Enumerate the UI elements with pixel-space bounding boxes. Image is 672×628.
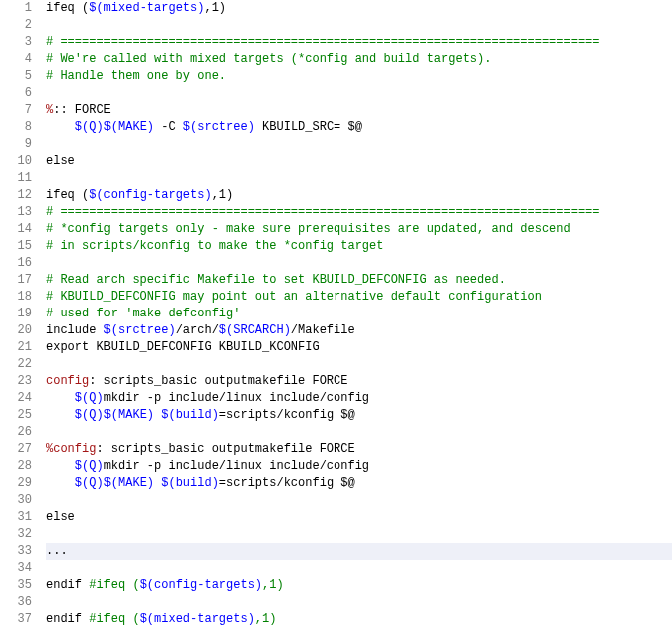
line-number: 6 (0, 85, 32, 102)
code-token: # *config targets only - make sure prere… (46, 222, 571, 236)
code-token (46, 476, 75, 490)
code-line[interactable] (46, 85, 672, 102)
code-token: $(mixed-targets) (89, 1, 204, 15)
code-line[interactable]: else (46, 509, 672, 526)
code-token: :: FORCE (53, 103, 111, 117)
code-line[interactable]: export KBUILD_DEFCONFIG KBUILD_KCONFIG (46, 339, 672, 356)
line-number: 32 (0, 526, 32, 543)
code-token: $(SRCARCH) (219, 323, 291, 337)
code-line[interactable]: # ======================================… (46, 34, 672, 51)
line-number: 10 (0, 153, 32, 170)
line-number: 3 (0, 34, 32, 51)
code-line[interactable]: # Handle them one by one. (46, 68, 672, 85)
code-line[interactable]: # KBUILD_DEFCONFIG may point out an alte… (46, 289, 672, 306)
code-line[interactable]: # used for 'make defconfig' (46, 306, 672, 322)
line-number: 37 (0, 611, 32, 628)
code-line[interactable]: $(Q)$(MAKE) -C $(srctree) KBUILD_SRC= $@ (46, 119, 672, 136)
line-number: 23 (0, 373, 32, 390)
code-token: %config (46, 442, 96, 456)
code-line[interactable] (46, 594, 672, 611)
code-line[interactable] (46, 255, 672, 272)
code-line[interactable]: $(Q)$(MAKE) $(build)=scripts/kconfig $@ (46, 475, 672, 492)
code-line[interactable]: # We're called with mixed targets (*conf… (46, 51, 672, 68)
line-number: 27 (0, 441, 32, 458)
line-number: 28 (0, 458, 32, 475)
code-token: #ifeq ( (89, 612, 139, 626)
code-token (46, 120, 75, 134)
code-token: $(build) (161, 408, 219, 422)
code-line[interactable]: endif #ifeq ($(mixed-targets),1) (46, 611, 672, 628)
code-token: =scripts/kconfig $@ (219, 408, 355, 422)
line-number: 30 (0, 492, 32, 509)
code-token: # in scripts/kconfig to make the *config… (46, 239, 383, 253)
code-token: endif (46, 578, 89, 592)
code-line[interactable] (46, 17, 672, 34)
code-line[interactable]: ... (46, 543, 672, 560)
code-line[interactable]: %config: scripts_basic outputmakefile FO… (46, 441, 672, 458)
line-number: 34 (0, 560, 32, 577)
line-number: 14 (0, 221, 32, 238)
code-token: # ======================================… (46, 205, 600, 219)
code-token: : scripts_basic outputmakefile FORCE (96, 442, 354, 456)
code-token: $(MAKE) (104, 476, 154, 490)
code-line[interactable]: $(Q)mkdir -p include/linux include/confi… (46, 390, 672, 407)
code-token: ifeq ( (46, 1, 89, 15)
line-number: 36 (0, 594, 32, 611)
code-line[interactable] (46, 170, 672, 187)
line-number: 4 (0, 51, 32, 68)
code-line[interactable] (46, 560, 672, 577)
code-token: $(mixed-targets) (140, 612, 255, 626)
line-number: 2 (0, 17, 32, 34)
code-token (46, 408, 75, 422)
code-line[interactable]: $(Q)$(MAKE) $(build)=scripts/kconfig $@ (46, 407, 672, 424)
line-number: 17 (0, 272, 32, 289)
code-token (46, 459, 75, 473)
code-token: $(Q) (75, 120, 104, 134)
line-number: 25 (0, 407, 32, 424)
code-token: $(build) (161, 476, 219, 490)
code-token (46, 391, 75, 405)
code-token: else (46, 510, 75, 524)
code-line[interactable]: config: scripts_basic outputmakefile FOR… (46, 373, 672, 390)
code-token: ,1) (204, 1, 226, 15)
code-line[interactable] (46, 526, 672, 543)
code-line[interactable]: ifeq ($(mixed-targets),1) (46, 0, 672, 17)
code-token: include (46, 323, 104, 337)
line-number: 11 (0, 170, 32, 187)
code-token: -C (154, 120, 183, 134)
line-number: 35 (0, 577, 32, 594)
code-token: # ======================================… (46, 35, 600, 49)
line-number: 21 (0, 339, 32, 356)
code-line[interactable]: # ======================================… (46, 204, 672, 221)
code-token: # used for 'make defconfig' (46, 307, 240, 320)
code-line[interactable] (46, 492, 672, 509)
code-line[interactable]: endif #ifeq ($(config-targets),1) (46, 577, 672, 594)
code-area[interactable]: ifeq ($(mixed-targets),1) # ============… (38, 0, 672, 628)
line-number: 8 (0, 119, 32, 136)
code-line[interactable]: else (46, 153, 672, 170)
line-number-gutter: 1234567891011121314151617181920212223242… (0, 0, 38, 628)
code-token: $(MAKE) (104, 408, 154, 422)
code-line[interactable]: # *config targets only - make sure prere… (46, 221, 672, 238)
code-line[interactable]: %:: FORCE (46, 102, 672, 119)
line-number: 24 (0, 390, 32, 407)
code-line[interactable]: # Read arch specific Makefile to set KBU… (46, 272, 672, 289)
code-token: else (46, 154, 75, 168)
line-number: 29 (0, 475, 32, 492)
code-token: # KBUILD_DEFCONFIG may point out an alte… (46, 290, 542, 304)
code-line[interactable]: include $(srctree)/arch/$(SRCARCH)/Makef… (46, 322, 672, 339)
code-token: ... (46, 544, 68, 558)
line-number: 33 (0, 543, 32, 560)
code-line[interactable] (46, 136, 672, 153)
code-line[interactable]: ifeq ($(config-targets),1) (46, 187, 672, 204)
line-number: 18 (0, 289, 32, 306)
code-token: /arch/ (176, 323, 219, 337)
code-line[interactable]: $(Q)mkdir -p include/linux include/confi… (46, 458, 672, 475)
code-line[interactable]: # in scripts/kconfig to make the *config… (46, 238, 672, 255)
code-token: /Makefile (291, 323, 355, 337)
code-token: config (46, 374, 89, 388)
line-number: 9 (0, 136, 32, 153)
code-line[interactable] (46, 424, 672, 441)
code-token: =scripts/kconfig $@ (219, 476, 355, 490)
code-line[interactable] (46, 356, 672, 373)
